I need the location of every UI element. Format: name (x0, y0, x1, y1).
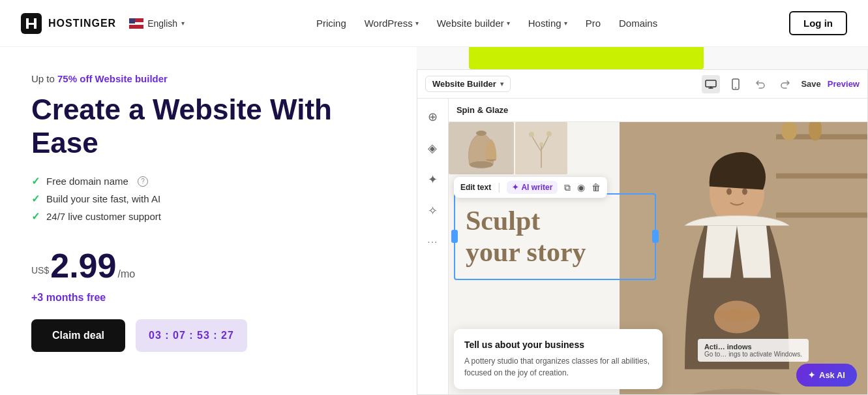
nav-pricing[interactable]: Pricing (316, 18, 346, 29)
flag-icon (129, 18, 143, 29)
sculpt-text-block[interactable]: Sculpt your story (454, 193, 656, 280)
check-icon: ✓ (31, 210, 40, 223)
save-button[interactable]: Save (801, 79, 820, 89)
windows-activate-overlay: Acti… indows Go to… ings to activate Win… (698, 339, 809, 362)
svg-point-9 (476, 131, 486, 136)
flowers-svg (522, 125, 561, 171)
svg-rect-5 (706, 80, 716, 87)
svg-rect-18 (776, 213, 867, 218)
nav-domains[interactable]: Domains (619, 18, 657, 29)
help-icon[interactable]: ? (138, 176, 148, 187)
edit-toolbar: Edit text | ✦ AI writer ⧉ ◉ 🗑 (454, 177, 608, 198)
delete-icon[interactable]: 🗑 (591, 182, 601, 193)
gallery-image-1 (449, 122, 514, 174)
sculpt-text: Sculpt your story (466, 205, 644, 268)
claim-deal-button[interactable]: Claim deal (31, 319, 125, 352)
ai-panel-text: A pottery studio that organizes classes … (464, 355, 652, 379)
gallery-row (449, 122, 567, 174)
redo-icon[interactable] (776, 75, 794, 93)
lang-chevron-icon: ▾ (181, 20, 185, 27)
wordpress-chevron-icon: ▾ (415, 20, 419, 27)
nav-pro[interactable]: Pro (586, 18, 601, 29)
svg-point-7 (735, 87, 736, 88)
ask-ai-button[interactable]: ✦ Ask AI (796, 364, 857, 387)
offer-highlight: 75% off Website builder (57, 73, 168, 84)
price-section: US$2.99/mo (31, 246, 385, 285)
undo-icon[interactable] (751, 75, 770, 93)
vase-svg (462, 125, 501, 171)
gallery-image-2 (515, 122, 567, 174)
price-amount: 2.99 (50, 247, 116, 285)
cta-row: Claim deal 03 : 07 : 53 : 27 (31, 319, 385, 352)
header-left: HOSTINGER English ▾ (21, 13, 185, 34)
header-right: Log in (789, 11, 847, 35)
edit-text-button[interactable]: Edit text (460, 183, 491, 192)
ai-star-icon: ✦ (512, 183, 518, 192)
logo[interactable]: HOSTINGER (21, 13, 116, 34)
main-header: HOSTINGER English ▾ Pricing WordPress ▾ … (0, 0, 868, 47)
feature-item: ✓ 24/7 live customer support (31, 210, 385, 223)
svg-rect-17 (776, 174, 867, 179)
website-builder-badge[interactable]: Website Builder ▾ (425, 76, 511, 92)
feature-item: ✓ Build your site fast, with AI (31, 193, 385, 205)
login-button[interactable]: Log in (789, 11, 847, 35)
offer-text: Up to 75% off Website builder (31, 73, 385, 84)
site-name-bar: Spin & Glaze (449, 99, 867, 122)
mobile-view-icon[interactable] (726, 75, 745, 93)
builder-body: ⊕ ◈ ✦ ✧ ··· Spin & Glaze (417, 99, 867, 394)
svg-point-10 (470, 161, 493, 168)
preview-button[interactable]: Preview (828, 79, 860, 89)
svg-point-13 (546, 131, 552, 136)
price-period: /mo (117, 268, 135, 279)
ai-sparkle-icon: ✦ (808, 370, 815, 380)
price-currency: US$ (31, 265, 49, 276)
copy-icon[interactable]: ⧉ (564, 182, 571, 193)
wb-chevron-icon: ▾ (500, 80, 503, 87)
builder-preview: Website Builder ▾ (417, 47, 868, 395)
sparkle-icon[interactable]: ✧ (422, 200, 443, 221)
nav-wordpress[interactable]: WordPress ▾ (365, 18, 419, 29)
lang-label: English (147, 18, 177, 29)
main-content: Up to 75% off Website builder Create a W… (0, 47, 868, 395)
nav-hosting[interactable]: Hosting ▾ (528, 18, 567, 29)
svg-point-14 (539, 142, 543, 146)
toolbar-left: Website Builder ▾ (425, 76, 511, 92)
feature-item: ✓ Free domain name ? (31, 175, 385, 187)
builder-toolbar: Website Builder ▾ (417, 70, 867, 99)
more-options-icon[interactable]: ··· (422, 232, 443, 253)
accent-bar (469, 47, 704, 69)
builder-sidebar: ⊕ ◈ ✦ ✧ ··· (417, 99, 449, 394)
eye-icon[interactable]: ◉ (577, 182, 585, 193)
ai-panel: Tell us about your business A pottery st… (454, 329, 663, 389)
hosting-chevron-icon: ▾ (564, 20, 567, 27)
nav-website-builder[interactable]: Website builder ▾ (437, 18, 510, 29)
ai-tools-icon[interactable]: ✦ (422, 169, 443, 190)
add-element-icon[interactable]: ⊕ (422, 106, 443, 127)
features-list: ✓ Free domain name ? ✓ Build your site f… (31, 175, 385, 228)
hero-section: Up to 75% off Website builder Create a W… (0, 47, 417, 395)
ai-panel-title: Tell us about your business (464, 340, 652, 350)
countdown-timer: 03 : 07 : 53 : 27 (136, 319, 247, 352)
logo-text: HOSTINGER (48, 18, 116, 29)
desktop-view-icon[interactable] (702, 75, 720, 93)
website-builder-chevron-icon: ▾ (507, 20, 510, 27)
language-selector[interactable]: English ▾ (129, 18, 185, 29)
builder-canvas: Spin & Glaze (449, 99, 867, 394)
layers-icon[interactable]: ◈ (422, 138, 443, 159)
svg-point-12 (529, 132, 534, 137)
ai-writer-button[interactable]: ✦ AI writer (507, 181, 558, 194)
logo-icon (21, 13, 42, 34)
toolbar-right: Save Preview (702, 75, 860, 93)
svg-point-24 (726, 189, 732, 195)
check-icon: ✓ (31, 175, 40, 187)
builder-container: Website Builder ▾ (417, 69, 868, 395)
main-nav: Pricing WordPress ▾ Website builder ▾ Ho… (316, 18, 657, 29)
check-icon: ✓ (31, 193, 40, 205)
hero-title: Create a Website With Ease (31, 93, 385, 159)
svg-rect-4 (129, 18, 135, 24)
bonus-months: +3 months free (31, 292, 385, 304)
svg-point-25 (742, 189, 747, 195)
svg-rect-3 (129, 25, 143, 29)
